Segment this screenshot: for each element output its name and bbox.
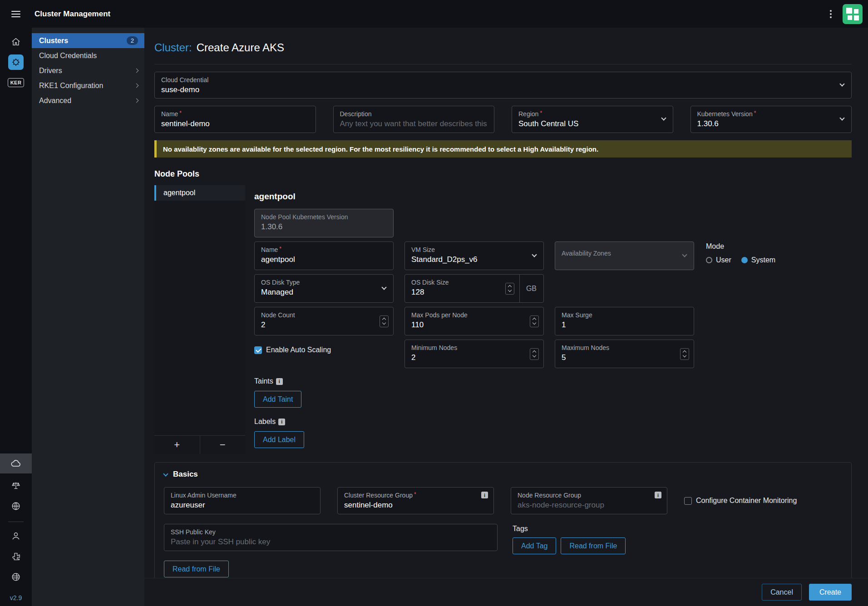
info-icon[interactable] bbox=[276, 378, 283, 385]
description-input[interactable] bbox=[340, 119, 488, 128]
add-tag-button[interactable]: Add Tag bbox=[513, 537, 556, 554]
form-footer: Cancel Create bbox=[144, 578, 868, 606]
sidebar-item-drivers[interactable]: Drivers bbox=[32, 63, 144, 78]
sidebar-item-advanced[interactable]: Advanced bbox=[32, 93, 144, 108]
max-pods-field[interactable]: Max Pods per Node bbox=[404, 307, 544, 335]
number-stepper[interactable] bbox=[380, 315, 389, 327]
maximum-nodes-field[interactable]: Maximum Nodes bbox=[555, 340, 694, 368]
cluster-name-input[interactable] bbox=[161, 119, 309, 128]
basics-heading: Basics bbox=[173, 470, 198, 479]
field-label: OS Disk Size bbox=[411, 279, 537, 286]
cluster-name-field[interactable]: Name bbox=[154, 106, 316, 133]
pool-row-3: Node Count Max Pods per Node Max Surge bbox=[254, 307, 852, 335]
pool-row-1: Name VM Size Standard_D2ps_v6 Availabili… bbox=[254, 241, 852, 270]
number-stepper[interactable] bbox=[680, 348, 689, 360]
cluster-management-app-icon[interactable] bbox=[0, 55, 32, 69]
node-count-input[interactable] bbox=[261, 320, 361, 330]
pool-name-field[interactable]: Name bbox=[254, 241, 394, 270]
info-icon[interactable] bbox=[481, 492, 488, 498]
cluster-resource-group-input[interactable] bbox=[344, 501, 487, 510]
max-surge-input[interactable] bbox=[562, 320, 687, 330]
unit-divider bbox=[519, 275, 520, 302]
node-pool-detail: agentpool Node Pool Kubernetes Version 1… bbox=[245, 185, 852, 454]
hamburger-menu-icon[interactable] bbox=[9, 8, 23, 20]
field-label: Cloud Credential bbox=[161, 76, 845, 84]
mode-system-radio[interactable]: System bbox=[741, 256, 775, 264]
top-bar-right bbox=[827, 4, 868, 24]
configure-container-monitoring-checkbox[interactable]: Configure Container Monitoring bbox=[684, 497, 797, 505]
minimum-nodes-input[interactable] bbox=[411, 353, 511, 362]
pool-row-2: OS Disk Type Managed OS Disk Size GB bbox=[254, 274, 852, 303]
cluster-basic-fields-row: Name Description Region South Central US… bbox=[154, 106, 852, 133]
home-icon[interactable] bbox=[0, 35, 32, 49]
node-count-field[interactable]: Node Count bbox=[254, 307, 394, 335]
add-label-button[interactable]: Add Label bbox=[254, 431, 304, 448]
os-disk-type-select[interactable]: OS Disk Type Managed bbox=[254, 274, 394, 303]
kebab-menu-icon[interactable] bbox=[827, 7, 834, 21]
rail-bottom-group: v2.9 bbox=[0, 453, 32, 606]
field-label: Name bbox=[261, 246, 387, 253]
radio-icon bbox=[706, 257, 712, 263]
pool-row-4: Enable Auto Scaling Minimum Nodes Maximu… bbox=[254, 340, 852, 368]
ssh-read-from-file-button[interactable]: Read from File bbox=[164, 561, 229, 577]
info-icon[interactable] bbox=[278, 419, 285, 425]
chevron-right-icon bbox=[134, 84, 139, 88]
chevron-right-icon bbox=[134, 99, 139, 103]
vm-size-select[interactable]: VM Size Standard_D2ps_v6 bbox=[404, 241, 544, 270]
region-select[interactable]: Region South Central US bbox=[512, 106, 673, 133]
field-label: Description bbox=[340, 110, 488, 118]
ssh-public-key-field[interactable]: SSH Public Key bbox=[164, 524, 498, 551]
remove-node-pool-button[interactable]: − bbox=[200, 436, 246, 454]
ker-cluster-badge[interactable]: KER bbox=[0, 76, 32, 89]
enable-auto-scaling-checkbox[interactable]: Enable Auto Scaling bbox=[254, 346, 331, 354]
node-resource-group-input[interactable] bbox=[518, 501, 661, 510]
extensions-puzzle-icon[interactable] bbox=[0, 550, 32, 563]
os-disk-size-unit: GB bbox=[526, 285, 537, 293]
number-stepper[interactable] bbox=[530, 348, 539, 360]
cancel-button[interactable]: Cancel bbox=[762, 584, 802, 601]
os-disk-size-field[interactable]: OS Disk Size GB bbox=[404, 274, 544, 303]
add-taint-button[interactable]: Add Taint bbox=[254, 391, 301, 408]
sidebar-item-clusters[interactable]: Clusters 2 bbox=[32, 33, 144, 48]
cloud-credential-select[interactable]: Cloud Credential suse-demo bbox=[154, 72, 852, 99]
add-node-pool-button[interactable]: + bbox=[154, 436, 200, 454]
sidebar-item-rke1-configuration[interactable]: RKE1 Configuration bbox=[32, 78, 144, 93]
globe-icon[interactable] bbox=[0, 570, 32, 584]
user-icon[interactable] bbox=[0, 529, 32, 543]
page-content: Cluster: Create Azure AKS Cloud Credenti… bbox=[144, 28, 868, 578]
checkbox-unchecked-icon bbox=[684, 497, 692, 505]
field-label: Node Count bbox=[261, 311, 387, 319]
linux-admin-username-input[interactable] bbox=[171, 501, 314, 510]
maximum-nodes-input[interactable] bbox=[562, 353, 661, 362]
page-title-text: Create Azure AKS bbox=[197, 41, 284, 54]
scales-icon[interactable] bbox=[0, 479, 32, 493]
node-pool-tab-agentpool[interactable]: agentpool bbox=[154, 185, 245, 201]
info-icon[interactable] bbox=[655, 492, 661, 498]
ssh-public-key-input[interactable] bbox=[171, 537, 491, 547]
max-surge-field[interactable]: Max Surge bbox=[555, 307, 694, 335]
node-resource-group-field[interactable]: Node Resource Group bbox=[511, 487, 667, 514]
sidebar-item-label: Clusters bbox=[39, 37, 68, 45]
cluster-resource-group-field[interactable]: Cluster Resource Group bbox=[337, 487, 494, 514]
pool-name-input[interactable] bbox=[261, 255, 387, 264]
chevron-right-icon bbox=[134, 69, 139, 73]
tags-read-from-file-button[interactable]: Read from File bbox=[561, 537, 626, 554]
active-cluster-cloud-icon[interactable] bbox=[0, 453, 32, 473]
os-disk-size-input[interactable] bbox=[411, 288, 479, 297]
sidebar-item-cloud-credentials[interactable]: Cloud Credentials bbox=[32, 48, 144, 63]
number-stepper[interactable] bbox=[505, 283, 514, 295]
create-button[interactable]: Create bbox=[809, 584, 852, 601]
description-field[interactable]: Description bbox=[333, 106, 495, 133]
basics-accordion-header[interactable]: Basics bbox=[164, 470, 842, 479]
version-label[interactable]: v2.9 bbox=[10, 594, 22, 601]
number-stepper[interactable] bbox=[530, 315, 539, 327]
linux-admin-username-field[interactable]: Linux Admin Username bbox=[164, 487, 321, 514]
field-label: Region bbox=[518, 110, 666, 118]
brand-logo[interactable] bbox=[843, 4, 863, 24]
minimum-nodes-field[interactable]: Minimum Nodes bbox=[404, 340, 544, 368]
kubernetes-version-select[interactable]: Kubernetes Version 1.30.6 bbox=[690, 106, 852, 133]
mode-user-radio[interactable]: User bbox=[706, 256, 731, 264]
max-pods-input[interactable] bbox=[411, 320, 511, 330]
taints-label: Taints bbox=[254, 377, 852, 385]
globe-meridian-icon[interactable] bbox=[0, 499, 32, 513]
